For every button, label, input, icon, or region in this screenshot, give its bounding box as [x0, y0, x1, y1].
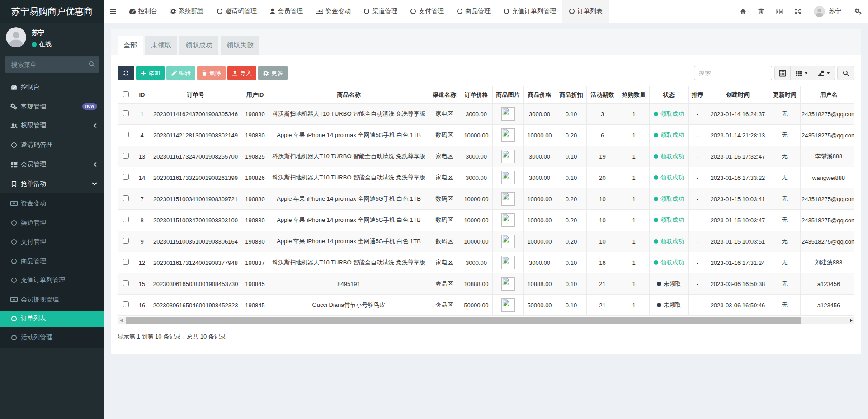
clear-cache-button[interactable] [752, 0, 770, 23]
status-label: 未领取 [664, 280, 681, 288]
scrollbar-thumb[interactable] [126, 317, 801, 324]
search-toggle-button[interactable] [837, 66, 854, 80]
cell-qty: 1 [618, 104, 650, 125]
cell-discount: 0.20 [556, 231, 587, 252]
scroll-right-arrow-icon[interactable] [848, 317, 854, 324]
column-header-period[interactable]: 活动期数 [587, 86, 618, 104]
fullscreen-button[interactable] [789, 0, 807, 23]
sidebar-item-label: 常规管理 [21, 103, 46, 111]
column-header-channel[interactable]: 渠道名称 [429, 86, 460, 104]
add-button[interactable]: 添加 [136, 66, 165, 80]
product-image-cell [493, 104, 524, 125]
column-header-updated[interactable]: 更新时间 [769, 86, 801, 104]
topnav-tab-支付管理[interactable]: 支付管理 [404, 0, 450, 23]
row-checkbox[interactable] [123, 153, 129, 159]
column-header-price[interactable]: 商品价格 [524, 86, 556, 104]
row-checkbox[interactable] [123, 280, 129, 286]
topnav-tab-订单列表[interactable]: 订单列表 [562, 0, 609, 23]
filter-tab-全部[interactable]: 全部 [118, 36, 143, 55]
sidebar-subitem-会员提现管理[interactable]: 会员提现管理 [0, 290, 104, 309]
row-checkbox[interactable] [123, 132, 129, 137]
topnav-tab-label: 资金变动 [326, 7, 351, 15]
row-checkbox[interactable] [123, 110, 129, 116]
pencil-icon [171, 70, 177, 76]
column-header-username[interactable]: 用户名 [801, 86, 855, 104]
common-search-button[interactable] [774, 66, 791, 80]
sidebar-item-权限管理[interactable]: 权限管理 [0, 116, 104, 136]
topnav-tab-资金变动[interactable]: 资金变动 [309, 0, 357, 23]
sidebar-toggle-button[interactable] [104, 0, 123, 23]
horizontal-scrollbar[interactable] [118, 317, 854, 324]
row-checkbox[interactable] [123, 259, 129, 265]
status-badge: 领取成功 [654, 195, 684, 203]
columns-button[interactable] [791, 66, 813, 80]
sidebar-subitem-订单列表[interactable]: 订单列表 [0, 311, 104, 327]
cell-sort: - [689, 125, 707, 146]
cell-period: 10 [587, 210, 618, 231]
topnav-tab-充值订单列管理[interactable]: 充值订单列管理 [497, 0, 562, 23]
select-all-header[interactable] [118, 86, 134, 104]
column-header-order_price[interactable]: 订单价格 [460, 86, 493, 104]
select-all-checkbox[interactable] [123, 91, 129, 97]
online-dot-icon [32, 42, 37, 47]
export-button[interactable] [813, 66, 835, 80]
filter-tab-领取失败[interactable]: 领取失败 [221, 36, 259, 55]
column-header-created[interactable]: 创建时间 [707, 86, 769, 104]
sidebar-item-抢单活动[interactable]: 抢单活动 [0, 174, 104, 193]
row-checkbox[interactable] [123, 217, 129, 222]
topnav-tab-商品管理[interactable]: 商品管理 [450, 0, 497, 23]
sidebar-subitem-渠道管理[interactable]: 渠道管理 [0, 213, 104, 232]
row-checkbox[interactable] [123, 301, 129, 307]
row-checkbox[interactable] [123, 195, 129, 201]
sidebar-subitem-活动列管理[interactable]: 活动列管理 [0, 328, 104, 347]
settings-button[interactable] [849, 0, 868, 23]
status-cell: 领取成功 [650, 210, 689, 231]
topnav-tab-label: 控制台 [138, 7, 157, 15]
navbar-user-menu[interactable]: 苏宁 [810, 0, 845, 23]
column-header-user_id[interactable]: 用户ID [241, 86, 269, 104]
topnav-tab-会员管理[interactable]: 会员管理 [263, 0, 309, 23]
column-header-image[interactable]: 商品图片 [493, 86, 524, 104]
filter-tab-未领取[interactable]: 未领取 [145, 36, 177, 55]
filter-tab-领取成功[interactable]: 领取成功 [179, 36, 218, 55]
cell-discount: 0.20 [556, 125, 587, 146]
column-header-qty[interactable]: 抢购数量 [618, 86, 650, 104]
table-search-input[interactable] [694, 66, 772, 80]
column-header-order_no[interactable]: 订单号 [150, 86, 241, 104]
sidebar-item-邀请码管理[interactable]: 邀请码管理 [0, 136, 104, 155]
expand-icon [795, 8, 801, 14]
column-header-id[interactable]: ID [134, 86, 150, 104]
sidebar-subitem-资金变动[interactable]: 资金变动 [0, 194, 104, 213]
edit-button[interactable]: 编辑 [166, 66, 195, 80]
topnav-tab-渠道管理[interactable]: 渠道管理 [357, 0, 404, 23]
column-header-sort[interactable]: 排序 [689, 86, 707, 104]
topnav-tab-控制台[interactable]: 控制台 [123, 0, 164, 23]
column-header-product[interactable]: 商品名称 [269, 86, 429, 104]
row-checkbox[interactable] [123, 174, 129, 180]
column-header-discount[interactable]: 商品折扣 [556, 86, 587, 104]
sidebar-subitem-label: 会员提现管理 [21, 296, 59, 304]
column-header-status[interactable]: 状态 [650, 86, 689, 104]
home-button[interactable] [734, 0, 752, 23]
status-dot-icon [654, 197, 658, 201]
sidebar-subitem-商品管理[interactable]: 商品管理 [0, 252, 104, 271]
sidebar-search-icon[interactable] [89, 61, 95, 67]
sidebar-item-常规管理[interactable]: 常规管理new [0, 97, 104, 116]
sidebar-subitem-充值订单列管理[interactable]: 充值订单列管理 [0, 271, 104, 290]
topnav-tab-邀请码管理[interactable]: 邀请码管理 [210, 0, 263, 23]
delete-button[interactable]: 删除 [197, 66, 226, 80]
sidebar-search-input[interactable] [5, 56, 99, 73]
topnav-tab-系统配置[interactable]: 系统配置 [164, 0, 210, 23]
scroll-left-arrow-icon[interactable] [118, 317, 124, 324]
sidebar-item-会员管理[interactable]: 会员管理 [0, 155, 104, 174]
cell-discount: 0.20 [556, 210, 587, 231]
sidebar-subitem-支付管理[interactable]: 支付管理 [0, 232, 104, 251]
import-button[interactable]: 导入 [227, 66, 256, 80]
cell-sort: - [689, 231, 707, 252]
row-checkbox[interactable] [123, 238, 129, 244]
cell-updated: 无 [769, 231, 801, 252]
language-button[interactable] [770, 0, 789, 23]
more-button[interactable]: 更多 [258, 66, 288, 80]
sidebar-item-控制台[interactable]: 控制台 [0, 78, 104, 97]
refresh-button[interactable] [118, 66, 134, 80]
